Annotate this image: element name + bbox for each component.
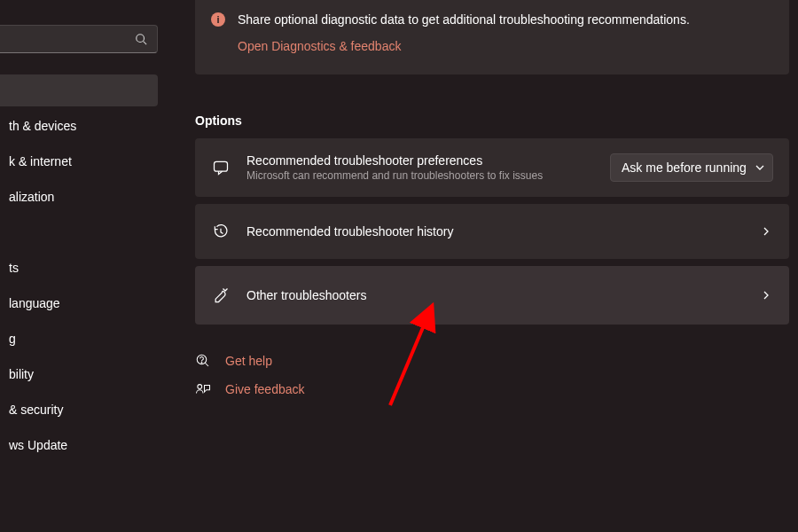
svg-line-1	[144, 42, 147, 45]
troubleshooter-history-card[interactable]: Recommended troubleshooter history	[195, 204, 789, 259]
feedback-icon	[195, 381, 211, 397]
give-feedback-link[interactable]: Give feedback	[225, 382, 305, 396]
chevron-right-icon	[759, 288, 773, 302]
prefs-dropdown[interactable]: Ask me before running	[610, 153, 773, 182]
help-icon	[195, 353, 211, 369]
wrench-icon	[211, 286, 231, 305]
diagnostic-banner: i Share optional diagnostic data to get …	[195, 0, 789, 74]
sidebar-item-7[interactable]: bility	[0, 358, 158, 390]
svg-point-0	[137, 35, 145, 43]
svg-rect-2	[215, 161, 228, 171]
prefs-title: Recommended troubleshooter preferences	[246, 153, 610, 168]
sidebar-item-2[interactable]: alization	[0, 181, 158, 213]
search-icon	[134, 32, 148, 46]
info-icon: i	[211, 12, 225, 27]
svg-point-4	[201, 362, 202, 363]
sidebar-nav: th & devices k & internet alization ts l…	[0, 74, 158, 465]
footer-links: Get help Give feedback	[195, 353, 305, 410]
dropdown-value: Ask me before running	[622, 160, 747, 175]
sidebar-item-4[interactable]: ts	[0, 252, 158, 284]
other-title: Other troubleshooters	[246, 288, 759, 302]
get-help-link[interactable]: Get help	[225, 354, 272, 368]
troubleshooter-prefs-card: Recommended troubleshooter preferences M…	[195, 138, 789, 197]
search-input[interactable]: g	[0, 25, 158, 53]
svg-point-5	[198, 385, 202, 389]
sidebar-item-6[interactable]: g	[0, 323, 158, 355]
banner-text: Share optional diagnostic data to get ad…	[238, 12, 690, 27]
info-icon-glyph: i	[216, 14, 219, 25]
sidebar-item-5[interactable]: language	[0, 287, 158, 319]
sidebar: g th & devices k & internet alization ts…	[0, 0, 160, 532]
sidebar-item-0[interactable]: th & devices	[0, 110, 158, 142]
options-header: Options	[195, 113, 242, 128]
search-value: g	[0, 32, 134, 46]
open-diagnostics-link[interactable]: Open Diagnostics & feedback	[238, 39, 773, 53]
sidebar-item-selected[interactable]	[0, 74, 158, 106]
sidebar-item-8[interactable]: & security	[0, 394, 158, 426]
history-title: Recommended troubleshooter history	[246, 224, 759, 239]
chat-icon	[211, 158, 231, 177]
prefs-sub: Microsoft can recommend and run troubles…	[246, 169, 610, 182]
chevron-down-icon	[755, 162, 765, 173]
sidebar-item-1[interactable]: k & internet	[0, 145, 158, 177]
sidebar-item-3[interactable]	[0, 216, 158, 248]
other-troubleshooters-card[interactable]: Other troubleshooters	[195, 266, 789, 325]
sidebar-item-9[interactable]: ws Update	[0, 429, 158, 461]
history-icon	[211, 222, 231, 241]
chevron-right-icon	[759, 224, 773, 239]
